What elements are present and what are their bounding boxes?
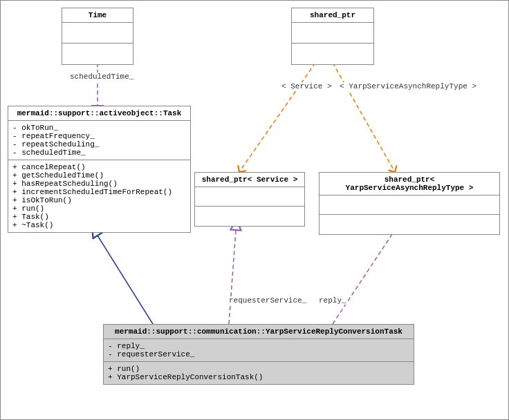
task-method-2: + getScheduledTime()	[12, 171, 186, 180]
svg-line-6	[229, 230, 236, 324]
spy-section-1	[320, 195, 499, 215]
shared-ptr-yarp-box: shared_ptr< YarpServiceAsynchReplyType >	[319, 172, 500, 235]
diagram-container: Time scheduledTime_ shared_ptr < Service…	[0, 0, 509, 420]
svg-line-7	[333, 230, 395, 324]
task-method-7: + Task()	[12, 213, 186, 221]
shared-ptr-box: shared_ptr	[291, 8, 374, 65]
shared-ptr-title: shared_ptr	[292, 8, 373, 23]
svg-line-4	[333, 63, 395, 172]
shared-ptr-section-1	[292, 23, 373, 44]
requester-service-label: requesterService_	[229, 296, 306, 305]
task-attr-4: - scheduledTime_	[12, 149, 186, 157]
shared-ptr-service-box: shared_ptr< Service >	[194, 172, 305, 227]
time-section-1	[62, 23, 133, 44]
conversion-task-box: mermaid::support::communication::YarpSer…	[103, 324, 414, 385]
task-attr-1: - okToRun_	[12, 124, 186, 132]
task-method-3: + hasRepeatScheduling()	[12, 180, 186, 188]
scheduled-time-label: scheduledTime_	[70, 73, 133, 81]
task-box: mermaid::support::activeobject::Task - o…	[8, 106, 191, 233]
shared-ptr-service-title: shared_ptr< Service >	[195, 173, 304, 187]
spy-section-2	[320, 215, 499, 234]
task-methods: + cancelRepeat() + getScheduledTime() + …	[8, 160, 190, 232]
shared-ptr-yarp-title: shared_ptr< YarpServiceAsynchReplyType >	[320, 173, 499, 195]
service-label: < Service >	[281, 82, 332, 90]
conversion-task-title: mermaid::support::communication::YarpSer…	[104, 325, 414, 339]
svg-line-3	[239, 63, 315, 172]
task-method-1: + cancelRepeat()	[12, 163, 186, 171]
sps-section-2	[195, 207, 304, 226]
shared-ptr-section-2	[292, 44, 373, 64]
time-title: Time	[62, 8, 133, 23]
ct-attr-1: - reply_	[108, 342, 409, 350]
reply-label: reply_	[319, 296, 346, 305]
task-title: mermaid::support::activeobject::Task	[8, 106, 190, 121]
ct-method-2: + YarpServiceReplyConversionTask()	[108, 373, 409, 381]
conversion-task-methods: + run() + YarpServiceReplyConversionTask…	[104, 362, 414, 384]
time-box: Time	[62, 8, 133, 65]
time-section-2	[62, 44, 133, 64]
task-method-8: + ~Task()	[12, 221, 186, 229]
ct-attr-2: - requesterService_	[108, 350, 409, 359]
yarp-label: < YarpServiceAsynchReplyType >	[340, 82, 476, 90]
conversion-task-attributes: - reply_ - requesterService_	[104, 339, 414, 362]
task-method-6: + run()	[12, 204, 186, 213]
task-attr-3: - repeatScheduling_	[12, 140, 186, 149]
task-attributes: - okToRun_ - repeatFrequency_ - repeatSc…	[8, 121, 190, 160]
task-method-5: + isOkToRun()	[12, 196, 186, 204]
task-attr-2: - repeatFrequency_	[12, 132, 186, 140]
task-method-4: + incrementScheduledTimeForRepeat()	[12, 188, 186, 196]
sps-section-1	[195, 187, 304, 207]
ct-method-1: + run()	[108, 365, 409, 373]
svg-line-5	[98, 236, 153, 324]
